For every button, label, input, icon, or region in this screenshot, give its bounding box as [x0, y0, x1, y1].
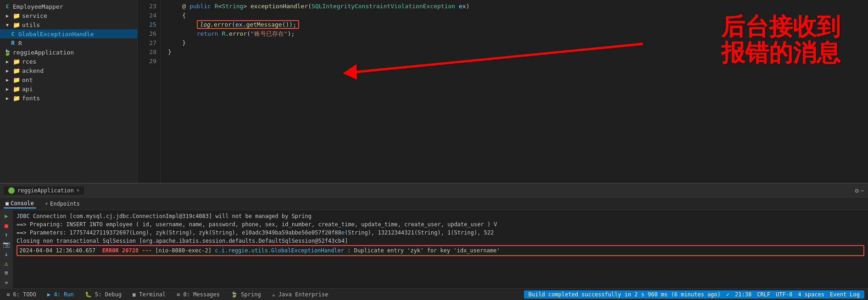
- run-tab-bar: reggieApplication × ⚙ −: [0, 184, 868, 197]
- console-area: ▶ ■ ↑ 📷 ↓ ⚠ ≡ » JDBC Connection [com.mys…: [0, 210, 868, 288]
- cursor-position: 21:38: [735, 291, 751, 298]
- code-line-23: @ public R<String> exceptionHandler(SQLI…: [168, 2, 868, 11]
- error-thread: [nio-8080-exec-2]: [155, 247, 215, 254]
- error-class: c.i.reggie.utils.GlobalExceptionHandler: [215, 247, 344, 254]
- expand-btn[interactable]: »: [1, 278, 11, 286]
- code-line-28: }: [168, 48, 868, 57]
- error-message: : Duplicate entry 'zyk' for key 'idx_use…: [347, 247, 500, 254]
- line-number-25: 25: [138, 20, 156, 29]
- console-tab[interactable]: ▣ Console: [4, 199, 36, 208]
- sidebar-label-rces: rces: [22, 58, 36, 65]
- sidebar-label: EmployeeMapper: [13, 3, 63, 10]
- code-line-29: [168, 57, 868, 66]
- terminal-tab-label: ▣ Terminal: [133, 291, 166, 298]
- endpoints-tab-label: Endpoints: [50, 201, 80, 207]
- folder-icon: 📁: [13, 67, 20, 74]
- arrow-icon: ▶: [4, 12, 11, 19]
- arrow-icon: ▼: [4, 21, 11, 28]
- restart-btn[interactable]: ▶: [1, 212, 11, 220]
- arrow-icon: ▶: [4, 85, 11, 93]
- debug-tab-label: 🐛 5: Debug: [85, 291, 122, 298]
- scroll-up-btn[interactable]: ↑: [1, 231, 11, 239]
- code-editor: 23 24 25 26 27 28 29 @ public R<String> …: [138, 0, 868, 183]
- sidebar-item-utils[interactable]: ▼ 📁 utils: [0, 20, 137, 29]
- sidebar-label-global: GlobalExceptionHandle: [18, 31, 94, 38]
- code-line-26: return R.error("账号已存在");: [168, 29, 868, 38]
- console-line-1: JDBC Connection [com.mysql.cj.jdbc.Conne…: [17, 212, 864, 220]
- error-timestamp: 2024-04-04 12:36:40.657: [19, 247, 99, 254]
- event-log[interactable]: Event Log: [830, 291, 860, 298]
- sidebar-label-r: R: [18, 40, 22, 47]
- console-output: JDBC Connection [com.mysql.cj.jdbc.Conne…: [13, 210, 868, 288]
- spring-tab-label: 🍃 Spring: [231, 291, 261, 298]
- left-tools: ▶ ■ ↑ 📷 ↓ ⚠ ≡ »: [0, 210, 13, 288]
- spring-icon: 🍃: [4, 49, 11, 56]
- tab-spring[interactable]: 🍃 Spring: [228, 290, 264, 299]
- folder-icon: 📁: [13, 12, 20, 19]
- sidebar-item-global-exception[interactable]: C GlobalExceptionHandle: [0, 29, 137, 38]
- console-error-line: 2024-04-04 12:36:40.657 ERROR 20728 --- …: [17, 245, 864, 256]
- sidebar-item-employee-mapper[interactable]: C EmployeeMapper: [0, 2, 137, 11]
- error-label: ERROR 20728 ---: [102, 247, 152, 254]
- run-tab-close[interactable]: ×: [77, 187, 80, 193]
- indent: 4 spaces: [798, 291, 824, 298]
- line-number-29: 29: [138, 57, 156, 66]
- sidebar-label-fonts: fonts: [22, 95, 40, 102]
- arrow-icon: ▶: [4, 94, 11, 102]
- arrow-icon: ▶: [4, 58, 11, 65]
- sidebar-label-ont: ont: [22, 76, 33, 83]
- messages-tab-label: ≡ 0: Messages: [177, 291, 220, 298]
- sidebar-item-r[interactable]: R R: [0, 38, 137, 48]
- sidebar-item-ackend[interactable]: ▶ 📁 ackend: [0, 66, 137, 75]
- warning-btn[interactable]: ⚠: [1, 260, 11, 267]
- sidebar-item-api[interactable]: ▶ 📁 api: [0, 84, 137, 93]
- todo-tab-label: ≡ 6: TODO: [6, 291, 36, 298]
- arrow-icon: ▶: [4, 67, 11, 74]
- tab-todo[interactable]: ≡ 6: TODO: [4, 290, 39, 299]
- tab-terminal[interactable]: ▣ Terminal: [130, 290, 168, 299]
- tab-java-enterprise[interactable]: ☕ Java Enterprise: [269, 290, 331, 299]
- endpoints-icon: ⚡: [45, 201, 48, 207]
- console-line-3: ==> Parameters: 177574427119372697(Long)…: [17, 229, 864, 237]
- code-content: @ public R<String> exceptionHandler(SQLI…: [161, 0, 868, 183]
- sidebar-item-rces[interactable]: ▶ 📁 rces: [0, 57, 137, 66]
- sidebar-label-ackend: ackend: [22, 67, 44, 74]
- run-tab-label2: ▶ 4: Run: [47, 291, 74, 298]
- line-ending: CRLF: [757, 291, 770, 298]
- endpoints-tab[interactable]: ⚡ Endpoints: [43, 200, 82, 208]
- tab-messages[interactable]: ≡ 0: Messages: [174, 290, 223, 299]
- r-icon: R: [9, 39, 17, 47]
- line-number-26: 26: [138, 29, 156, 38]
- class-icon: C: [4, 3, 11, 10]
- stop-btn[interactable]: ■: [1, 222, 11, 229]
- code-line-27: }: [168, 38, 868, 48]
- encoding: UTF-8: [776, 291, 792, 298]
- run-tab-label: reggieApplication: [17, 187, 74, 194]
- minimize-icon[interactable]: −: [861, 187, 864, 194]
- sidebar-item-reggie-app[interactable]: 🍃 reggieApplication: [0, 48, 137, 57]
- folder-icon: 📁: [13, 94, 20, 102]
- sidebar-item-service[interactable]: ▶ 📁 service: [0, 11, 137, 20]
- sidebar-item-fonts[interactable]: ▶ 📁 fonts: [0, 93, 137, 103]
- class-icon: C: [9, 30, 17, 38]
- console-line-2: ==> Preparing: INSERT INTO employee ( id…: [17, 220, 864, 229]
- status-info: Build completed successfully in 2 s 960 …: [524, 290, 864, 299]
- camera-btn[interactable]: 📷: [1, 240, 11, 248]
- run-tab[interactable]: reggieApplication ×: [4, 186, 84, 195]
- settings-icon[interactable]: ⚙: [855, 187, 858, 194]
- tab-run[interactable]: ▶ 4: Run: [45, 290, 77, 299]
- bottom-tabs-bar: ≡ 6: TODO ▶ 4: Run 🐛 5: Debug ▣ Terminal…: [0, 288, 868, 300]
- scroll-down-btn[interactable]: ↓: [1, 250, 11, 258]
- build-status: Build completed successfully in 2 s 960 …: [529, 291, 721, 298]
- tab-debug[interactable]: 🐛 5: Debug: [82, 290, 124, 299]
- console-toolbar: ▣ Console ⚡ Endpoints: [0, 197, 868, 210]
- line-number-23: 23: [138, 2, 156, 11]
- code-line-25: log.error(ex.getMessage());: [168, 20, 868, 29]
- folder-icon: 📁: [13, 21, 20, 28]
- console-line-4: Closing non transactional SqlSession [or…: [17, 237, 864, 245]
- sidebar-label-service: service: [22, 12, 47, 19]
- sidebar-item-ont[interactable]: ▶ 📁 ont: [0, 75, 137, 84]
- align-btn[interactable]: ≡: [1, 269, 11, 277]
- line-number-27: 27: [138, 38, 156, 48]
- check-icon: ✓: [726, 291, 729, 298]
